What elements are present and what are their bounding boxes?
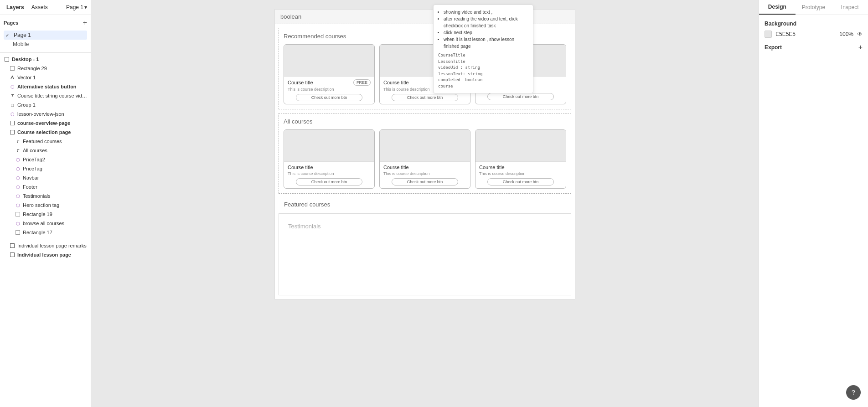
course-desc: This is course description [288,171,371,176]
layer-desktop1[interactable]: Desktop - 1 [0,55,91,64]
layer-course-overview-page[interactable]: course-overview-page [0,118,91,128]
export-label: Export [765,44,782,51]
layer-pricetag[interactable]: ⬡ PriceTag [0,164,91,173]
layer-label: Course title: string course video U... [17,93,87,98]
layer-label: PriceTag [23,166,42,171]
testimonials-section: Testimonials [279,213,571,295]
all-courses-title: All courses [284,118,566,125]
text-icon: T [9,93,16,99]
layer-course-selection[interactable]: Course selection page [0,128,91,137]
layer-individual-remarks[interactable]: Individual lesson page remarks [0,241,91,250]
course-btn[interactable]: Check out more btn [487,93,554,100]
tab-design[interactable]: Design [759,0,796,15]
course-btn[interactable]: Check out more btn [392,94,458,101]
layer-navbar[interactable]: ⬡ Navbar [0,173,91,182]
course-header: Course title [383,165,466,170]
course-title: Course title [383,80,409,85]
rect-icon [9,65,16,72]
tab-assets[interactable]: Assets [29,2,51,12]
tab-inspect[interactable]: Inspect [832,0,868,15]
layer-vector1[interactable]: Vector 1 [0,73,91,82]
layer-alt-status[interactable]: ⬡ Alternative status button [0,82,91,91]
left-panel: Layers Assets Page 1 ▾ Pages + ✓ Page 1 … [0,0,91,407]
course-header: Course title FREE [288,79,371,86]
frame-icon [9,129,16,135]
course-btn[interactable]: Check out more btn [487,178,554,185]
frame-icon [9,120,16,126]
right-panel-tabs: Design Prototype Inspect [759,0,868,15]
layer-all-courses[interactable]: T All courses [0,146,91,155]
page-check: ✓ [5,33,11,38]
rect-icon [15,211,21,217]
layer-group1[interactable]: □ Group 1 [0,100,91,109]
right-panel: Design Prototype Inspect Background E5E5… [759,0,868,407]
layer-label: Rectangle 19 [23,211,52,217]
text-icon: T [15,147,21,154]
rect-icon [15,229,21,236]
course-info: Course title This is course description … [380,162,470,188]
component-icon: ⬡ [9,83,16,90]
layer-hero-section[interactable]: ⬡ Hero section tag [0,201,91,210]
testimonials-title: Testimonials [288,223,562,230]
add-page-button[interactable]: + [83,19,87,27]
boolean-label: boolean [280,13,301,20]
layer-label: Alternative status button [17,84,77,89]
component-icon: ⬡ [15,202,21,208]
page-name-mobile: Mobile [13,41,29,47]
course-title: Course title [288,165,313,170]
bg-color-swatch[interactable] [765,31,772,38]
course-btn[interactable]: Check out more btn [392,178,458,185]
layer-label: Course selection page [17,129,71,135]
group-icon: □ [9,102,16,108]
layer-label: PriceTag2 [23,157,45,162]
page-item-mobile[interactable]: Mobile [4,40,87,49]
canvas-content: showing video and text , after reading t… [91,0,759,309]
all-courses-section: All courses Course title This is course … [279,113,571,194]
layer-course-title[interactable]: T Course title: string course video U... [0,91,91,100]
layer-pricetag2[interactable]: ⬡ PriceTag2 [0,155,91,164]
layer-label: All courses [23,148,47,153]
help-button[interactable]: ? [846,385,861,400]
layer-individual-lesson[interactable]: Individual lesson page [0,250,91,259]
layer-featured-courses[interactable]: T Featured courses [0,137,91,146]
component-icon: ⬡ [15,156,21,163]
price-tag: FREE [353,79,371,86]
pages-section: Pages + ✓ Page 1 Mobile [0,15,91,53]
course-info: Course title This is course description … [475,162,566,188]
page-dropdown[interactable]: Page 1 ▾ [66,4,87,10]
bg-color-value: E5E5E5 [775,31,836,37]
tab-prototype[interactable]: Prototype [796,0,832,15]
component-icon: ⬡ [15,184,21,190]
layer-label: lesson-overview-json [17,111,64,117]
course-thumb [380,130,470,162]
course-card: Course title This is course description … [379,129,470,189]
layer-label: Rectangle 29 [17,66,47,71]
course-btn[interactable]: Check out more btn [296,94,362,101]
layer-label: Individual lesson page remarks [17,243,87,248]
layer-footer[interactable]: ⬡ Footer [0,182,91,191]
layer-lesson-overview[interactable]: ⬡ lesson-overview-json [0,109,91,118]
canvas-area[interactable]: showing video and text , after reading t… [91,0,759,407]
course-desc: This is course description [288,87,371,92]
vector-icon [9,74,16,81]
note-item-2: after reading the video and text, click … [444,15,528,29]
export-add-button[interactable]: + [858,43,863,52]
course-btn[interactable]: Check out more btn [296,178,362,185]
layer-label: Navbar [23,175,39,180]
layers-section: Desktop - 1 Rectangle 29 Vector 1 ⬡ Alte… [0,53,91,407]
component-icon: ⬡ [15,220,21,227]
layer-label: Hero section tag [23,202,59,208]
layer-browse-all[interactable]: ⬡ browse all courses [0,219,91,228]
text-icon: T [15,138,21,144]
all-courses-grid: Course title This is course description … [284,129,566,189]
layer-rect17[interactable]: Rectangle 17 [0,228,91,237]
page-item-page1[interactable]: ✓ Page 1 [4,31,87,40]
course-thumb [284,45,374,77]
course-card: Course title This is course description … [475,129,566,189]
tab-layers[interactable]: Layers [4,2,27,12]
visibility-icon[interactable]: 👁 [857,31,863,37]
layer-rect19[interactable]: Rectangle 19 [0,210,91,219]
bg-opacity: 100% [839,31,853,37]
layer-rect29[interactable]: Rectangle 29 [0,64,91,73]
layer-testimonials[interactable]: ⬡ Testimonials [0,191,91,201]
